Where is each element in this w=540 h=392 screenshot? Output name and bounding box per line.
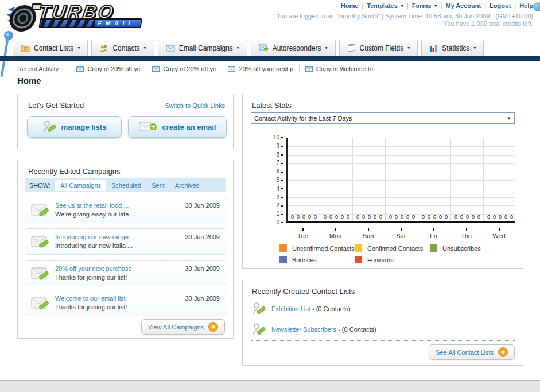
data-point-value: 0 (466, 214, 469, 220)
gridline (418, 138, 418, 221)
main-nav-tabbar: Contact Lists▾ Contacts▾ Email Campaigns… (13, 40, 487, 56)
top-link-forms[interactable]: Forms (412, 2, 432, 9)
view-all-campaigns-button[interactable]: View All Campaigns (141, 319, 225, 335)
contact-list-link[interactable]: Newsletter Subscribers (271, 326, 336, 333)
data-point-value: 0 (379, 214, 382, 220)
tab-statistics[interactable]: Statistics▾ (421, 40, 484, 56)
campaign-title-link[interactable]: See us at the retail food ... (55, 202, 129, 209)
campaign-row[interactable]: Introducing our new range ... Introducin… (25, 228, 227, 255)
envelope-pen-icon (31, 203, 50, 218)
campaign-title-link[interactable]: Introducing our new range ... (55, 234, 135, 240)
filter-all-campaigns[interactable]: All Campaigns (55, 180, 106, 191)
top-link-home[interactable]: Home (341, 2, 359, 9)
data-point-labels: 00000 (320, 214, 353, 220)
contact-list-item[interactable]: Exhibition List - (0 Contacts) (252, 302, 351, 316)
data-point-value: 0 (433, 214, 436, 220)
chevron-down-icon: ▾ (473, 45, 476, 51)
data-point-value: 0 (314, 214, 317, 220)
top-link-my-account[interactable]: My Account (445, 2, 481, 9)
envelope-icon (228, 66, 235, 72)
envelope-icon (76, 66, 84, 72)
campaign-row[interactable]: 20% off your next purchase Thanks for jo… (25, 260, 227, 286)
envelope-pen-icon (31, 266, 50, 281)
campaign-subtitle: Thanks for joining our list! (55, 304, 127, 311)
y-tick-label: 9 (268, 143, 283, 149)
gridline (352, 138, 353, 221)
recent-activity-item[interactable]: Copy of 20% off yc (146, 65, 222, 72)
y-tick-label: 6 (268, 168, 283, 174)
envelope-icon (166, 45, 175, 52)
campaign-title-link[interactable]: Welcome to our email list (55, 295, 126, 302)
data-point-labels: 00000 (451, 214, 484, 220)
data-point-value: 0 (454, 214, 457, 220)
campaign-row[interactable]: Welcome to our email list Thanks for joi… (25, 290, 227, 316)
y-tick-label: 7 (268, 160, 283, 166)
manage-lists-button[interactable]: manage lists (27, 116, 122, 138)
contact-list-item[interactable]: Newsletter Subscribers - (0 Contacts) (252, 323, 376, 336)
data-point-value: 0 (374, 214, 376, 220)
separator: | (362, 2, 363, 9)
gridline (288, 146, 515, 147)
tab-custom-fields[interactable]: Custom Fields▾ (339, 40, 418, 56)
data-point-value: 0 (493, 214, 496, 220)
recent-activity-item[interactable]: Copy of 20% off yc (71, 65, 146, 72)
dotted-divider (251, 298, 515, 298)
campaign-row[interactable]: See us at the retail food ... We're givi… (25, 197, 227, 223)
tab-autoresponders[interactable]: Autoresponders▾ (251, 40, 336, 56)
latest-stats-title: Latest Stats (252, 101, 292, 110)
gridline (516, 138, 516, 221)
top-link-logout[interactable]: Logout (490, 2, 511, 9)
switch-quick-links-link[interactable]: Switch to Quick Links (165, 102, 225, 109)
contact-lists-title: Recently Created Contact Lists (252, 287, 355, 296)
legend-item-forwards: Forwards (355, 256, 430, 263)
contact-list-link[interactable]: Exhibition List (271, 305, 310, 312)
chevron-down-icon: ▾ (77, 45, 80, 51)
create-email-label: create an email (162, 123, 216, 131)
chevron-down-icon: ▾ (434, 3, 437, 9)
filter-archived[interactable]: Archived (170, 180, 205, 191)
stats-period-value: Contact Activity for the Last 7 Days (254, 115, 352, 122)
data-point-labels: 00000 (484, 214, 516, 220)
arrow-right-circle-icon (498, 347, 508, 357)
separator: | (484, 2, 486, 9)
turbo-email-dashboard: TURBO EMAIL Home| Templates▾| Forms▾| My… (0, 0, 540, 392)
recent-activity-item-label: Copy of 20% off yc (163, 65, 216, 72)
recent-activity-item[interactable]: Copy of Welcome to (300, 65, 379, 72)
campaign-title-link[interactable]: 20% off your next purchase (55, 265, 132, 272)
legend-swatch-unsubscribes (430, 244, 437, 252)
chevron-down-icon: ▾ (237, 45, 239, 51)
gridline (288, 138, 515, 138)
stats-period-select[interactable]: Contact Activity for the Last 7 Days ▼ (251, 112, 515, 124)
tab-email-campaigns[interactable]: Email Campaigns▾ (158, 40, 247, 56)
legend-item-unconfirmed: Unconfirmed Contacts (279, 244, 355, 252)
gridline (320, 138, 320, 221)
recent-activity-item[interactable]: 20% off your next p (222, 65, 300, 72)
tab-contacts[interactable]: Contacts▾ (91, 40, 154, 56)
data-point-labels: 00000 (418, 214, 451, 220)
filter-sent[interactable]: Sent (146, 180, 170, 191)
top-link-templates[interactable]: Templates (367, 2, 398, 9)
turbo-email-logo[interactable]: TURBO EMAIL (3, 2, 145, 33)
data-point-value: 0 (460, 214, 463, 220)
x-tick-label: Fri (417, 228, 450, 239)
recent-activity-label: Recent Activity: (17, 65, 60, 72)
gridline (288, 155, 515, 156)
x-tick-label: Sat (384, 228, 417, 239)
data-point-labels: 00000 (353, 214, 386, 220)
recent-activity-bar: Recent Activity: Copy of 20% off yc Copy… (0, 61, 540, 76)
legend-item-bounces: Bounces (279, 256, 355, 263)
envelope-plus-icon (139, 121, 157, 133)
data-point-value: 0 (347, 214, 349, 220)
chevron-down-icon: ▾ (144, 45, 146, 51)
legend-label: Bounces (292, 257, 317, 263)
gridline (483, 138, 484, 221)
tab-contact-lists[interactable]: Contact Lists▾ (13, 40, 88, 56)
top-link-help[interactable]: Help (519, 2, 533, 9)
see-all-contact-lists-button[interactable]: See All Contact Lists (429, 344, 515, 360)
data-point-value: 0 (335, 214, 338, 220)
legend-swatch-bounces (279, 256, 287, 263)
x-tick-label: Tue (286, 228, 319, 239)
person-pencil-icon (42, 120, 56, 134)
create-email-button[interactable]: create an email (128, 116, 227, 138)
filter-scheduled[interactable]: Scheduled (106, 180, 146, 191)
